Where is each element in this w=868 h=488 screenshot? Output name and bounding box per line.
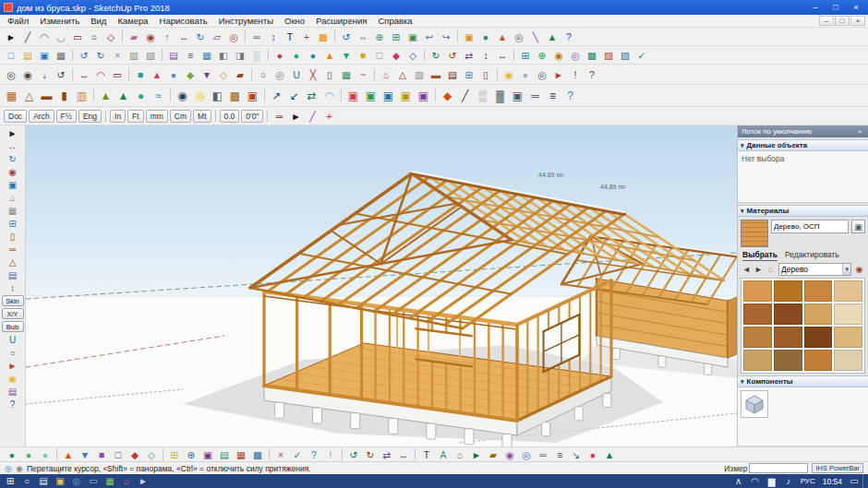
teal-plugin-icon[interactable]: ▼: [339, 48, 355, 62]
material-swatch[interactable]: [834, 304, 862, 325]
lt-paint-icon[interactable]: ◉: [3, 165, 23, 178]
polygon-icon[interactable]: ◇: [103, 30, 119, 43]
bt-check-icon[interactable]: ✓: [290, 447, 306, 461]
print-icon[interactable]: ▦: [54, 48, 69, 62]
rotate-ccw-icon[interactable]: ↺: [445, 48, 461, 62]
material-swatch[interactable]: [804, 350, 833, 371]
lt-select-icon[interactable]: ►: [3, 126, 23, 139]
select-icon[interactable]: ►: [4, 30, 19, 43]
lt-pipe-icon[interactable]: ○: [3, 346, 23, 359]
yellow-plugin-icon[interactable]: ■: [356, 48, 371, 62]
material-category-dropdown[interactable]: Дерево ▾: [778, 263, 851, 276]
stretch-h-icon[interactable]: ↔: [495, 48, 511, 62]
render-plugin-icon[interactable]: ◉: [175, 88, 191, 103]
circle-icon[interactable]: ○: [87, 30, 102, 43]
pencil-tool-icon[interactable]: ╱: [305, 109, 320, 123]
cyan-tool-icon[interactable]: ■: [133, 67, 149, 81]
settings-tool-icon[interactable]: ≡: [545, 88, 561, 103]
material-swatch[interactable]: [743, 350, 772, 371]
material-swatch[interactable]: [804, 327, 833, 348]
bt-cw-icon[interactable]: ↻: [363, 447, 379, 461]
axes-icon[interactable]: +: [299, 30, 315, 43]
position-camera-icon[interactable]: ◉: [20, 67, 36, 81]
menu-item-0[interactable]: Файл: [2, 15, 34, 27]
red-tool-icon[interactable]: ▲: [150, 67, 165, 81]
arch-units[interactable]: Arch: [29, 110, 54, 123]
bt-ring-icon[interactable]: ◎: [519, 447, 535, 461]
lt-sun-icon[interactable]: ◉: [3, 372, 23, 385]
render-preset-2-icon[interactable]: ●: [21, 447, 37, 461]
measure-tool-icon[interactable]: ═: [527, 88, 544, 103]
outliner-icon[interactable]: ≡: [183, 48, 199, 62]
cube-tool-icon[interactable]: ▣: [462, 30, 477, 43]
volume-icon[interactable]: ♪: [780, 474, 797, 488]
target-plugin-icon[interactable]: ◉: [551, 48, 567, 62]
bt-grid-icon[interactable]: ⊞: [167, 447, 183, 461]
bt-sq-purple-icon[interactable]: ■: [94, 447, 110, 461]
components-header[interactable]: ▾ Компоненты: [738, 375, 868, 387]
feet-units[interactable]: Ft: [127, 110, 144, 123]
file-explorer-icon[interactable]: ▣: [52, 474, 68, 488]
bt-tri-orange-icon[interactable]: ▲: [61, 447, 77, 461]
gray-plugin-icon[interactable]: □: [372, 48, 388, 62]
rectangle-icon[interactable]: ▭: [70, 30, 86, 43]
lt-flag-icon[interactable]: ►: [3, 359, 23, 372]
shrub-plugin-icon[interactable]: ●: [133, 88, 150, 103]
bub-button[interactable]: Bub: [2, 321, 24, 332]
unhide-tool-icon[interactable]: ▓: [492, 88, 509, 103]
lt-layers-icon[interactable]: ▤: [3, 385, 23, 398]
orange-plugin-icon[interactable]: ▲: [322, 48, 338, 62]
browser-icon[interactable]: ◎: [68, 474, 85, 488]
export-plugin-icon[interactable]: ↗: [269, 88, 285, 103]
render-preset-3-icon[interactable]: ●: [38, 447, 54, 461]
lt-door-icon[interactable]: ▯: [3, 230, 23, 243]
styles-manager-icon[interactable]: ◧: [216, 48, 232, 62]
lt-roof-icon[interactable]: ⌂: [3, 191, 23, 204]
shadow-plugin-icon[interactable]: ◧: [210, 88, 226, 103]
lt-rotate-icon[interactable]: ↻: [3, 152, 23, 165]
bt-hatch-icon[interactable]: ▦: [234, 447, 249, 461]
bt-sq-gray-icon[interactable]: □: [111, 447, 127, 461]
fraction-units[interactable]: F½: [56, 110, 77, 123]
window-plugin-icon[interactable]: ⊞: [462, 67, 477, 81]
fog-icon[interactable]: ▒: [249, 48, 265, 62]
arc-icon[interactable]: ◠: [37, 30, 53, 43]
bt-bar-icon[interactable]: ▰: [486, 447, 501, 461]
bt-menu-icon[interactable]: ≡: [552, 447, 568, 461]
materials-header[interactable]: ▾ Материалы: [738, 205, 868, 217]
lt-cube-icon[interactable]: ▣: [3, 178, 23, 191]
minimize-window-icon[interactable]: –: [805, 1, 826, 14]
bt-di-teal-icon[interactable]: ◇: [144, 447, 160, 461]
forward-icon[interactable]: ►: [753, 264, 765, 276]
zoom-window-icon[interactable]: ⊞: [389, 30, 404, 43]
bt-plus-icon[interactable]: ⊕: [184, 447, 199, 461]
query-plugin-icon[interactable]: ?: [585, 67, 600, 81]
bt-dense-icon[interactable]: ▩: [250, 447, 266, 461]
cube-blue-icon[interactable]: ▣: [380, 88, 397, 103]
lt-dimension-icon[interactable]: ↕: [3, 281, 23, 294]
lt-move-icon[interactable]: ↔: [3, 139, 23, 152]
bt-question-icon[interactable]: ?: [307, 447, 322, 461]
cube-green-icon[interactable]: ▣: [363, 88, 380, 103]
bt-di-red-icon[interactable]: ◆: [127, 447, 143, 461]
zoom-icon[interactable]: ⊕: [372, 30, 388, 43]
pipe-plugin-icon[interactable]: ○: [256, 67, 271, 81]
grid-plugin-icon[interactable]: ⊞: [518, 48, 534, 62]
bt-swap-icon[interactable]: ⇄: [380, 447, 395, 461]
onedrive-icon[interactable]: ◠: [747, 474, 764, 488]
magic-wand-icon[interactable]: ╲: [528, 30, 544, 43]
decimal-display[interactable]: 0.0: [220, 110, 240, 123]
in-model-icon[interactable]: ⌂: [765, 264, 777, 276]
rust-tool-icon[interactable]: ▰: [233, 67, 248, 81]
eraser-icon[interactable]: ▰: [127, 30, 142, 43]
swap-icon[interactable]: ⇄: [462, 48, 477, 62]
ring-plugin-icon[interactable]: ◎: [568, 48, 584, 62]
door-plugin-icon[interactable]: ▯: [478, 67, 494, 81]
light-plugin-icon[interactable]: ◎: [192, 88, 209, 103]
angle-plugin-icon[interactable]: ◠: [93, 67, 109, 81]
bt-equal-icon[interactable]: ═: [536, 447, 551, 461]
sample-paint-icon[interactable]: ◉: [853, 264, 865, 276]
cone-tool-icon[interactable]: ▲: [495, 30, 511, 43]
material-swatch[interactable]: [774, 304, 802, 325]
color-plugin-icon[interactable]: ▣: [245, 88, 261, 103]
